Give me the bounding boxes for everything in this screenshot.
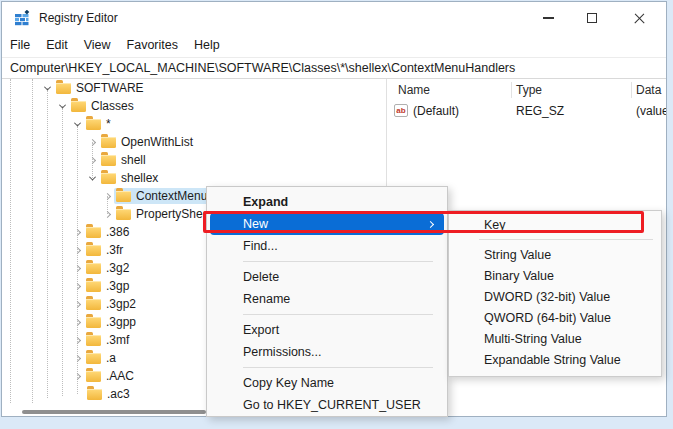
- chevron-right-icon[interactable]: [70, 331, 84, 349]
- context-menu-item-goto-hkcu[interactable]: Go to HKEY_CURRENT_USER: [207, 394, 447, 416]
- tree-item-aac[interactable]: .AAC: [70, 367, 139, 385]
- minimize-icon: [543, 17, 554, 19]
- menu-help[interactable]: Help: [186, 34, 228, 57]
- tree-guide-line: [32, 79, 33, 403]
- folder-icon: [86, 227, 101, 238]
- submenu-item-expandable-string-value[interactable]: Expandable String Value: [449, 349, 661, 370]
- tree-item-3gp2[interactable]: .3gp2: [70, 295, 141, 313]
- tree-item-ac3[interactable]: .ac3: [85, 385, 135, 403]
- context-menu: Expand New Find... Delete Rename Export …: [206, 186, 448, 417]
- tree-item-3gp[interactable]: .3gp: [70, 277, 134, 295]
- menu-separator: [207, 363, 447, 372]
- folder-icon: [86, 119, 101, 130]
- menu-separator: [449, 235, 661, 244]
- tree-item-classes[interactable]: Classes: [55, 97, 139, 115]
- address-bar[interactable]: Computer\HKEY_LOCAL_MACHINE\SOFTWARE\Cla…: [2, 57, 666, 79]
- column-divider[interactable]: [511, 82, 512, 98]
- menu-edit[interactable]: Edit: [38, 34, 76, 57]
- registry-editor-app-icon: [14, 10, 30, 26]
- chevron-right-icon[interactable]: [70, 259, 84, 277]
- folder-icon: [71, 101, 86, 112]
- window-title: Registry Editor: [39, 11, 118, 25]
- tree-guide-line: [47, 88, 48, 398]
- context-menu-item-new[interactable]: New: [210, 213, 444, 235]
- chevron-right-icon[interactable]: [100, 205, 114, 223]
- submenu-item-binary-value[interactable]: Binary Value: [449, 265, 661, 286]
- context-menu-item-permissions[interactable]: Permissions...: [207, 341, 447, 363]
- chevron-right-icon[interactable]: [70, 313, 84, 331]
- column-header-type[interactable]: Type: [516, 79, 542, 101]
- context-menu-item-copy-key-name[interactable]: Copy Key Name: [207, 372, 447, 394]
- chevron-down-icon[interactable]: [70, 115, 84, 133]
- chevron-right-icon[interactable]: [70, 277, 84, 295]
- folder-icon: [87, 389, 102, 400]
- context-menu-item-delete[interactable]: Delete: [207, 266, 447, 288]
- folder-icon: [86, 281, 101, 292]
- folder-icon: [86, 335, 101, 346]
- folder-icon: [101, 173, 116, 184]
- menu-separator: [207, 257, 447, 266]
- column-header-name[interactable]: Name: [398, 79, 430, 101]
- value-name: (Default): [413, 104, 459, 118]
- tree-item-asterisk[interactable]: *: [70, 115, 116, 133]
- tree-item-openwithlist[interactable]: OpenWithList: [85, 133, 198, 151]
- menu-view[interactable]: View: [76, 34, 119, 57]
- maximize-button[interactable]: [570, 2, 614, 34]
- chevron-down-icon[interactable]: [85, 169, 99, 187]
- submenu-arrow-icon: [427, 220, 434, 227]
- context-menu-item-expand[interactable]: Expand: [207, 191, 447, 213]
- menu-separator: [207, 310, 447, 319]
- tree-item-3mf[interactable]: .3mf: [70, 331, 134, 349]
- column-header-data[interactable]: Data: [636, 79, 661, 101]
- tree-item-software[interactable]: SOFTWARE: [40, 79, 149, 97]
- chevron-right-icon[interactable]: [70, 241, 84, 259]
- tree-item-3fr[interactable]: .3fr: [70, 241, 128, 259]
- chevron-down-icon[interactable]: [55, 97, 69, 115]
- chevron-down-icon[interactable]: [40, 79, 54, 97]
- close-button[interactable]: [617, 2, 661, 34]
- folder-icon: [86, 371, 101, 382]
- context-menu-item-export[interactable]: Export: [207, 319, 447, 341]
- column-divider[interactable]: [631, 82, 632, 98]
- menu-bar: File Edit View Favorites Help: [2, 34, 666, 57]
- folder-icon: [101, 155, 116, 166]
- submenu-item-string-value[interactable]: String Value: [449, 244, 661, 265]
- tree-item-shellex[interactable]: shellex: [85, 169, 163, 187]
- value-row-default[interactable]: ab (Default): [394, 101, 459, 120]
- folder-icon: [56, 83, 71, 94]
- folder-icon: [86, 263, 101, 274]
- folder-icon: [116, 209, 131, 220]
- chevron-right-icon[interactable]: [85, 151, 99, 169]
- string-value-icon: ab: [394, 104, 408, 117]
- chevron-right-icon[interactable]: [70, 367, 84, 385]
- menu-favorites[interactable]: Favorites: [119, 34, 186, 57]
- tree-guide-line: [62, 106, 63, 396]
- menu-file[interactable]: File: [2, 34, 38, 57]
- tree-item-shell[interactable]: shell: [85, 151, 151, 169]
- context-menu-item-rename[interactable]: Rename: [207, 288, 447, 310]
- tree-item-3gpp[interactable]: .3gpp: [70, 313, 141, 331]
- folder-icon: [86, 299, 101, 310]
- minimize-button[interactable]: [526, 2, 570, 34]
- tree-item-a[interactable]: .a: [70, 349, 121, 367]
- chevron-right-icon[interactable]: [70, 295, 84, 313]
- close-icon: [633, 12, 646, 25]
- submenu-item-qword-value[interactable]: QWORD (64-bit) Value: [449, 307, 661, 328]
- folder-icon: [86, 353, 101, 364]
- chevron-right-icon[interactable]: [85, 133, 99, 151]
- value-type: REG_SZ: [516, 101, 564, 120]
- folder-icon: [116, 191, 131, 202]
- chevron-right-icon[interactable]: [70, 349, 84, 367]
- chevron-right-icon[interactable]: [100, 187, 114, 205]
- submenu-item-multi-string-value[interactable]: Multi-String Value: [449, 328, 661, 349]
- submenu-item-dword-value[interactable]: DWORD (32-bit) Value: [449, 286, 661, 307]
- tree-item-386[interactable]: .386: [70, 223, 134, 241]
- horizontal-scrollbar-thumb[interactable]: [22, 410, 206, 414]
- chevron-right-icon[interactable]: [70, 223, 84, 241]
- tree-guide-line: [10, 79, 11, 403]
- submenu-item-key[interactable]: Key: [449, 214, 661, 235]
- title-bar: Registry Editor: [2, 2, 666, 34]
- folder-icon: [86, 245, 101, 256]
- tree-item-3g2[interactable]: .3g2: [70, 259, 134, 277]
- context-menu-item-find[interactable]: Find...: [207, 235, 447, 257]
